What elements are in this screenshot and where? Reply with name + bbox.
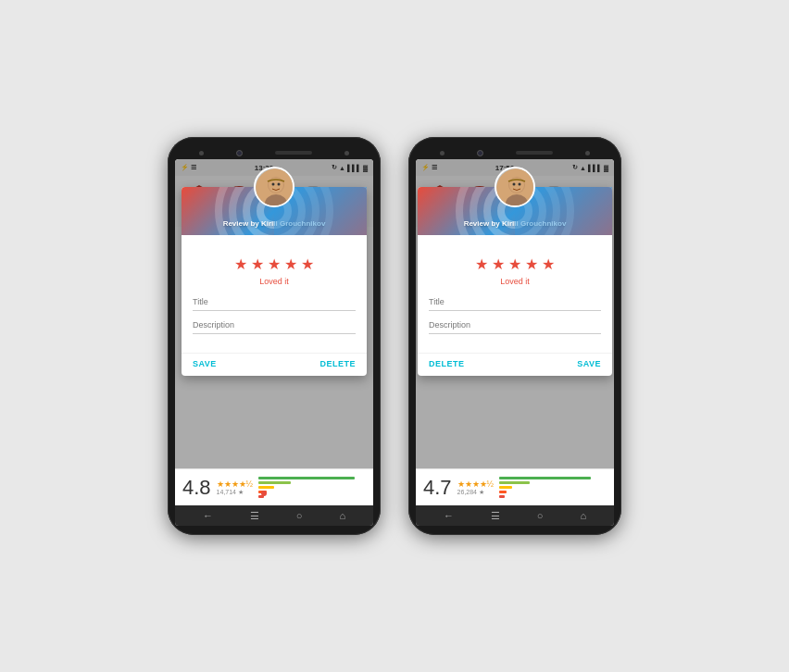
star-2-1[interactable]: ★ — [475, 255, 488, 273]
phone-dot-3 — [440, 151, 445, 156]
rating-count-2: 26,284 ★ — [457, 489, 495, 496]
bar-2-2 — [499, 491, 507, 493]
rating-details-1: ★★★★½ 14,714 ★ — [217, 479, 254, 496]
dialog-body-2: ★ ★ ★ ★ ★ Loved it — [418, 235, 612, 353]
dialog-actions-2: SAVE DELETE — [418, 353, 612, 376]
rating-bars-1 — [258, 477, 366, 498]
dialog-header-2: Review by Kirill Grouchnikov — [418, 187, 612, 235]
description-input-2[interactable] — [429, 317, 601, 334]
reviewer-avatar-1 — [254, 167, 294, 207]
menu-button-1[interactable]: ⌂ — [339, 510, 345, 521]
title-input-1[interactable] — [193, 293, 356, 311]
dialog-actions-1: SAVE DELETE — [182, 353, 367, 376]
rating-count-1: 14,714 ★ — [217, 489, 254, 496]
description-input-1[interactable] — [193, 317, 356, 334]
phone-camera-2 — [477, 150, 483, 156]
red-dot-1 — [261, 491, 267, 496]
star-2-5[interactable]: ★ — [542, 255, 555, 273]
rating-bars-2 — [499, 477, 607, 498]
search-button-1[interactable]: ○ — [296, 510, 303, 521]
rating-stars-2: ★★★★½ — [457, 479, 495, 489]
star-4[interactable]: ★ — [284, 255, 297, 273]
dialog-body-1: ★ ★ ★ ★ ★ Loved it — [182, 235, 367, 353]
delete-button-2[interactable]: DELETE — [429, 359, 465, 368]
stars-row-1[interactable]: ★ ★ ★ ★ ★ — [193, 255, 356, 273]
bar-1-2 — [499, 495, 505, 498]
delete-button-1[interactable]: DELETE — [319, 359, 356, 368]
bar-1 — [258, 495, 264, 498]
phone-2: ⚡ ☰ 17:56 ↻ ▲ ▌▌▌ ▓ 4.7 ★★★★★ ▶ — [408, 137, 621, 535]
phone-screen-2: ⚡ ☰ 17:56 ↻ ▲ ▌▌▌ ▓ 4.7 ★★★★★ ▶ — [416, 159, 614, 526]
star-3[interactable]: ★ — [268, 255, 281, 273]
bar-4-2 — [499, 481, 529, 484]
phone-top-bar-1 — [175, 146, 373, 159]
bar-5-2 — [499, 477, 591, 479]
reviewer-avatar-2 — [495, 167, 535, 207]
back-button-1[interactable]: ← — [203, 510, 213, 521]
bottom-nav-1: ← ☰ ○ ⌂ — [175, 505, 373, 526]
search-button-2[interactable]: ○ — [537, 510, 544, 521]
rating-stars-1: ★★★★½ — [217, 479, 254, 489]
svg-point-17 — [278, 183, 281, 186]
phone-dot2 — [344, 151, 349, 156]
save-button-1[interactable]: SAVE — [193, 359, 217, 368]
review-dialog-1: Review by Kirill Grouchnikov ★ ★ ★ ★ ★ L… — [182, 187, 367, 376]
phone-speaker — [275, 151, 312, 155]
rating-number-1: 4.8 — [182, 476, 211, 500]
rating-number-2: 4.7 — [423, 476, 452, 500]
title-input-2[interactable] — [429, 293, 601, 311]
bar-4 — [258, 481, 291, 484]
phone-camera — [236, 150, 243, 156]
save-button-2[interactable]: SAVE — [577, 359, 601, 368]
svg-point-34 — [513, 183, 516, 186]
star-1[interactable]: ★ — [234, 255, 247, 273]
home-button-1[interactable]: ☰ — [250, 510, 259, 522]
star-2-4[interactable]: ★ — [525, 255, 538, 273]
phone-speaker-2 — [516, 151, 553, 155]
menu-button-2[interactable]: ⌂ — [580, 510, 586, 521]
phone-top-bar-2 — [416, 146, 614, 159]
home-button-2[interactable]: ☰ — [491, 510, 500, 522]
bottom-rating-2: 4.7 ★★★★½ 26,284 ★ — [416, 468, 614, 505]
star-5[interactable]: ★ — [301, 255, 314, 273]
star-2-2[interactable]: ★ — [492, 255, 505, 273]
bar-3 — [258, 486, 274, 489]
dialog-header-1: Review by Kirill Grouchnikov — [182, 187, 367, 235]
rating-details-2: ★★★★½ 26,284 ★ — [457, 479, 495, 496]
back-button-2[interactable]: ← — [444, 510, 454, 521]
star-label-1: Loved it — [193, 277, 356, 286]
phone-dot-4 — [585, 151, 590, 156]
star-2[interactable]: ★ — [251, 255, 264, 273]
bottom-nav-2: ← ☰ ○ ⌂ — [416, 505, 614, 526]
phone-dot — [199, 151, 204, 156]
star-label-2: Loved it — [429, 277, 601, 286]
bar-3-2 — [499, 486, 512, 489]
stars-row-2[interactable]: ★ ★ ★ ★ ★ — [429, 255, 601, 273]
phone-1: ⚡ ☰ 13:39 ↻ ▲ ▌▌▌ ▓ 4.8 ★★★★★ — [168, 137, 381, 535]
star-2-3[interactable]: ★ — [508, 255, 521, 273]
bottom-rating-1: 4.8 ★★★★½ 14,714 ★ — [175, 468, 373, 505]
review-dialog-2: Review by Kirill Grouchnikov ★ ★ ★ ★ ★ L… — [418, 187, 612, 376]
svg-point-16 — [272, 183, 275, 186]
phone-screen-1: ⚡ ☰ 13:39 ↻ ▲ ▌▌▌ ▓ 4.8 ★★★★★ — [175, 159, 373, 526]
svg-point-35 — [519, 183, 521, 186]
bar-5 — [258, 477, 355, 479]
